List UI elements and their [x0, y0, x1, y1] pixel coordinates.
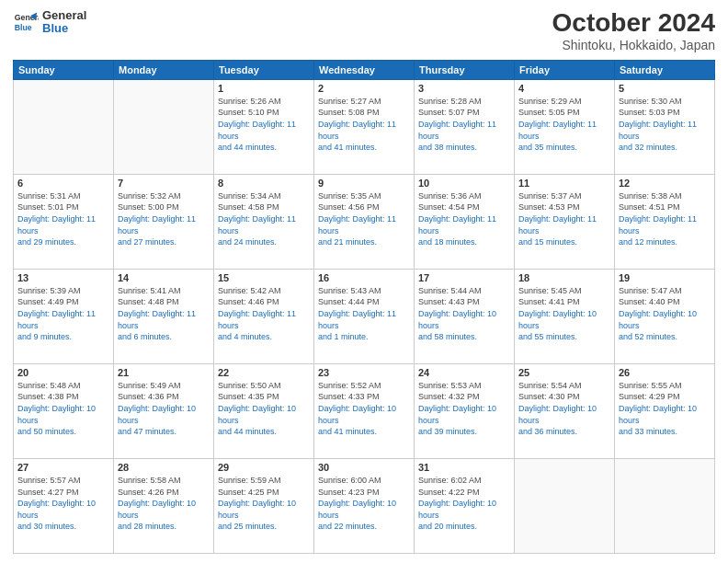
calendar-cell	[14, 79, 114, 174]
calendar-cell: 6Sunrise: 5:31 AMSunset: 5:01 PMDaylight…	[14, 174, 114, 269]
calendar-subtitle: Shintoku, Hokkaido, Japan	[552, 38, 715, 52]
calendar-cell: 22Sunrise: 5:50 AMSunset: 4:35 PMDayligh…	[214, 363, 314, 458]
calendar-cell: 20Sunrise: 5:48 AMSunset: 4:38 PMDayligh…	[14, 363, 114, 458]
day-info: Sunrise: 5:58 AMSunset: 4:26 PMDaylight:…	[118, 475, 210, 533]
day-number: 26	[619, 367, 711, 378]
day-number: 16	[318, 272, 410, 283]
day-info: Sunrise: 5:27 AMSunset: 5:08 PMDaylight:…	[318, 96, 410, 154]
day-info: Sunrise: 5:57 AMSunset: 4:27 PMDaylight:…	[17, 475, 109, 533]
day-info: Sunrise: 5:32 AMSunset: 5:00 PMDaylight:…	[118, 190, 210, 248]
calendar-cell: 2Sunrise: 5:27 AMSunset: 5:08 PMDaylight…	[314, 79, 415, 174]
day-number: 28	[118, 462, 210, 473]
day-info: Sunrise: 5:52 AMSunset: 4:33 PMDaylight:…	[318, 380, 410, 438]
day-number: 11	[518, 178, 610, 189]
day-number: 27	[17, 462, 109, 473]
calendar-cell: 11Sunrise: 5:37 AMSunset: 4:53 PMDayligh…	[515, 174, 615, 269]
calendar-cell: 7Sunrise: 5:32 AMSunset: 5:00 PMDaylight…	[114, 174, 214, 269]
day-number: 2	[318, 83, 410, 94]
calendar-cell: 13Sunrise: 5:39 AMSunset: 4:49 PMDayligh…	[14, 269, 114, 363]
day-number: 9	[318, 178, 410, 189]
day-number: 1	[218, 83, 310, 94]
day-number: 3	[418, 83, 510, 94]
day-info: Sunrise: 5:29 AMSunset: 5:05 PMDaylight:…	[518, 96, 610, 154]
logo-line1: General	[42, 9, 86, 22]
day-info: Sunrise: 5:43 AMSunset: 4:44 PMDaylight:…	[318, 285, 410, 343]
day-number: 17	[418, 272, 510, 283]
day-info: Sunrise: 5:45 AMSunset: 4:41 PMDaylight:…	[518, 285, 610, 343]
weekday-header-friday: Friday	[515, 60, 615, 79]
day-info: Sunrise: 5:55 AMSunset: 4:29 PMDaylight:…	[619, 380, 711, 438]
day-info: Sunrise: 5:38 AMSunset: 4:51 PMDaylight:…	[619, 190, 711, 248]
day-info: Sunrise: 5:26 AMSunset: 5:10 PMDaylight:…	[218, 96, 310, 154]
day-number: 14	[118, 272, 210, 283]
calendar-cell: 10Sunrise: 5:36 AMSunset: 4:54 PMDayligh…	[415, 174, 515, 269]
day-info: Sunrise: 5:59 AMSunset: 4:25 PMDaylight:…	[218, 475, 310, 533]
day-info: Sunrise: 5:39 AMSunset: 4:49 PMDaylight:…	[17, 285, 109, 343]
day-info: Sunrise: 5:44 AMSunset: 4:43 PMDaylight:…	[418, 285, 510, 343]
weekday-header-thursday: Thursday	[415, 60, 515, 79]
svg-text:Blue: Blue	[15, 23, 32, 32]
calendar-cell: 28Sunrise: 5:58 AMSunset: 4:26 PMDayligh…	[114, 458, 214, 553]
calendar-cell: 15Sunrise: 5:42 AMSunset: 4:46 PMDayligh…	[214, 269, 314, 363]
calendar-cell: 29Sunrise: 5:59 AMSunset: 4:25 PMDayligh…	[214, 458, 314, 553]
day-info: Sunrise: 6:00 AMSunset: 4:23 PMDaylight:…	[318, 475, 410, 533]
day-number: 31	[418, 462, 510, 473]
calendar-cell: 30Sunrise: 6:00 AMSunset: 4:23 PMDayligh…	[314, 458, 415, 553]
weekday-header-row: SundayMondayTuesdayWednesdayThursdayFrid…	[14, 60, 715, 79]
weekday-header-saturday: Saturday	[615, 60, 715, 79]
calendar-cell: 4Sunrise: 5:29 AMSunset: 5:05 PMDaylight…	[515, 79, 615, 174]
day-number: 24	[418, 367, 510, 378]
day-info: Sunrise: 6:02 AMSunset: 4:22 PMDaylight:…	[418, 475, 510, 533]
logo-line2: Blue	[42, 22, 86, 35]
day-number: 22	[218, 367, 310, 378]
week-row-1: 6Sunrise: 5:31 AMSunset: 5:01 PMDaylight…	[14, 174, 715, 269]
calendar-cell: 25Sunrise: 5:54 AMSunset: 4:30 PMDayligh…	[515, 363, 615, 458]
day-number: 29	[218, 462, 310, 473]
calendar-title: October 2024	[552, 9, 715, 38]
day-info: Sunrise: 5:41 AMSunset: 4:48 PMDaylight:…	[118, 285, 210, 343]
calendar-cell: 17Sunrise: 5:44 AMSunset: 4:43 PMDayligh…	[415, 269, 515, 363]
page: General Blue General Blue October 2024 S…	[0, 0, 728, 563]
calendar-cell	[615, 458, 715, 553]
day-info: Sunrise: 5:48 AMSunset: 4:38 PMDaylight:…	[17, 380, 109, 438]
calendar-cell: 9Sunrise: 5:35 AMSunset: 4:56 PMDaylight…	[314, 174, 415, 269]
day-info: Sunrise: 5:31 AMSunset: 5:01 PMDaylight:…	[17, 190, 109, 248]
calendar-cell: 14Sunrise: 5:41 AMSunset: 4:48 PMDayligh…	[114, 269, 214, 363]
calendar-cell: 21Sunrise: 5:49 AMSunset: 4:36 PMDayligh…	[114, 363, 214, 458]
day-number: 18	[518, 272, 610, 283]
day-number: 21	[118, 367, 210, 378]
calendar-cell: 5Sunrise: 5:30 AMSunset: 5:03 PMDaylight…	[615, 79, 715, 174]
day-number: 4	[518, 83, 610, 94]
day-number: 12	[619, 178, 711, 189]
day-number: 13	[17, 272, 109, 283]
logo-text: General Blue	[42, 9, 86, 36]
day-number: 7	[118, 178, 210, 189]
day-number: 15	[218, 272, 310, 283]
day-info: Sunrise: 5:49 AMSunset: 4:36 PMDaylight:…	[118, 380, 210, 438]
calendar-cell: 31Sunrise: 6:02 AMSunset: 4:22 PMDayligh…	[415, 458, 515, 553]
day-info: Sunrise: 5:35 AMSunset: 4:56 PMDaylight:…	[318, 190, 410, 248]
calendar-table: SundayMondayTuesdayWednesdayThursdayFrid…	[13, 60, 715, 554]
calendar-cell	[515, 458, 615, 553]
calendar-cell: 18Sunrise: 5:45 AMSunset: 4:41 PMDayligh…	[515, 269, 615, 363]
calendar-cell: 27Sunrise: 5:57 AMSunset: 4:27 PMDayligh…	[14, 458, 114, 553]
day-info: Sunrise: 5:34 AMSunset: 4:58 PMDaylight:…	[218, 190, 310, 248]
calendar-cell: 12Sunrise: 5:38 AMSunset: 4:51 PMDayligh…	[615, 174, 715, 269]
day-info: Sunrise: 5:28 AMSunset: 5:07 PMDaylight:…	[418, 96, 510, 154]
day-info: Sunrise: 5:42 AMSunset: 4:46 PMDaylight:…	[218, 285, 310, 343]
day-number: 20	[17, 367, 109, 378]
calendar-cell: 19Sunrise: 5:47 AMSunset: 4:40 PMDayligh…	[615, 269, 715, 363]
calendar-cell: 24Sunrise: 5:53 AMSunset: 4:32 PMDayligh…	[415, 363, 515, 458]
day-number: 30	[318, 462, 410, 473]
logo: General Blue General Blue	[13, 9, 86, 36]
calendar-cell: 8Sunrise: 5:34 AMSunset: 4:58 PMDaylight…	[214, 174, 314, 269]
day-number: 25	[518, 367, 610, 378]
calendar-cell: 1Sunrise: 5:26 AMSunset: 5:10 PMDaylight…	[214, 79, 314, 174]
day-info: Sunrise: 5:50 AMSunset: 4:35 PMDaylight:…	[218, 380, 310, 438]
week-row-3: 20Sunrise: 5:48 AMSunset: 4:38 PMDayligh…	[14, 363, 715, 458]
day-number: 8	[218, 178, 310, 189]
day-info: Sunrise: 5:54 AMSunset: 4:30 PMDaylight:…	[518, 380, 610, 438]
day-number: 6	[17, 178, 109, 189]
weekday-header-wednesday: Wednesday	[314, 60, 415, 79]
day-number: 5	[619, 83, 711, 94]
